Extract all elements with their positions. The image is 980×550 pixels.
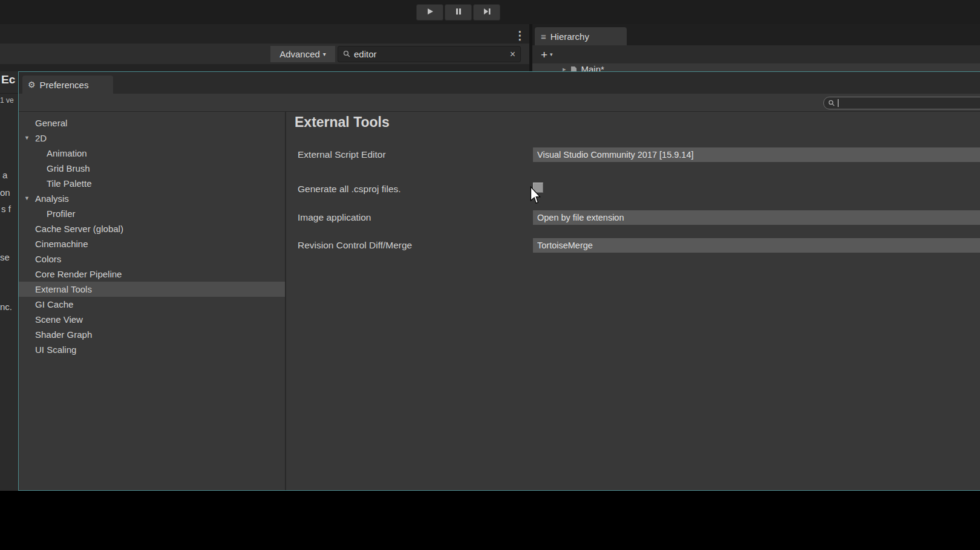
clear-search-icon[interactable]: × [510, 50, 515, 59]
add-object-button[interactable]: + [541, 49, 547, 60]
step-icon [483, 7, 491, 18]
preferences-tab-row [19, 72, 980, 94]
text-cursor [838, 99, 838, 107]
sidebar-item-gi-cache[interactable]: GI Cache [19, 297, 285, 312]
occluded-text: nc. [0, 302, 12, 312]
panel-menu-icon[interactable]: ⋮ [514, 28, 526, 42]
search-icon [828, 98, 835, 109]
revision-control-dropdown[interactable]: TortoiseMerge [533, 238, 980, 253]
field-label: Revision Control Diff/Merge [298, 240, 412, 251]
sidebar-item-ui-scaling[interactable]: UI Scaling [19, 342, 285, 357]
console-search-box[interactable]: × [338, 46, 521, 62]
hierarchy-tree: ▸ Main* [532, 63, 980, 71]
advanced-dropdown[interactable]: Advanced ▾ [270, 46, 335, 62]
expand-triangle-icon[interactable]: ▸ [563, 65, 566, 71]
add-dropdown-icon[interactable]: ▾ [550, 51, 553, 57]
field-label: Generate all .csproj files. [298, 184, 401, 195]
unity-editor-screen: Advanced ▾ × ⋮ ≡ Hierarchy + ▾ ▸ Main* E… [0, 0, 980, 550]
occluded-text: s f [1, 204, 11, 214]
dropdown-value: Open by file extension [537, 213, 624, 222]
sidebar-item-colors[interactable]: Colors [19, 251, 285, 267]
occluded-text: a [2, 170, 7, 180]
occluded-text: on [0, 187, 10, 198]
search-icon [343, 49, 350, 60]
advanced-label: Advanced [279, 49, 320, 59]
disclosure-triangle-icon[interactable]: ▼ [24, 135, 30, 141]
field-label: Image application [298, 212, 371, 223]
preferences-search-input[interactable] [841, 99, 980, 108]
field-label: External Script Editor [298, 149, 386, 160]
pause-icon [454, 7, 463, 18]
page-title: External Tools [295, 114, 390, 131]
gear-icon: ⚙ [28, 80, 36, 89]
search-input[interactable] [354, 49, 506, 59]
tab-hierarchy[interactable]: ≡ Hierarchy [535, 27, 627, 45]
pref-row-image-app: Image application Open by file extension [19, 210, 980, 225]
play-button[interactable] [416, 4, 443, 21]
preferences-window: ⚙ Preferences General ▼2D Animation Grid… [18, 71, 980, 491]
image-application-dropdown[interactable]: Open by file extension [533, 210, 980, 225]
pref-row-diff-merge: Revision Control Diff/Merge TortoiseMerg… [19, 238, 980, 253]
sidebar-item-general[interactable]: General [19, 115, 285, 131]
tab-preferences[interactable]: ⚙ Preferences [22, 76, 113, 94]
pref-row-csproj: Generate all .csproj files. [19, 182, 980, 196]
mouse-cursor [529, 186, 542, 207]
background-window-sliver: Ec 1 ve a on s f se nc. [0, 71, 18, 491]
dropdown-value: Visual Studio Community 2017 [15.9.14] [537, 150, 693, 160]
sidebar-divider [285, 112, 286, 491]
chevron-down-icon: ▾ [323, 51, 326, 57]
preferences-search-box[interactable] [823, 97, 980, 109]
hierarchy-toolbar: + ▾ [532, 45, 980, 63]
scene-icon [570, 65, 578, 71]
transport-toolbar [0, 0, 980, 24]
sidebar-item-shader-graph[interactable]: Shader Graph [19, 327, 285, 342]
play-icon [426, 7, 434, 18]
occluded-text: 1 ve [0, 96, 14, 105]
preferences-sidebar: General ▼2D Animation Grid Brush Tile Pa… [19, 112, 285, 491]
sidebar-item-2d[interactable]: ▼2D [19, 131, 285, 146]
scene-row-main[interactable]: ▸ Main* [563, 64, 604, 71]
hierarchy-tab-label: Hierarchy [550, 31, 589, 42]
hierarchy-list-icon: ≡ [541, 31, 546, 42]
preferences-tab-label: Preferences [40, 80, 89, 90]
external-script-editor-dropdown[interactable]: Visual Studio Community 2017 [15.9.14] [533, 147, 980, 162]
dropdown-value: TortoiseMerge [537, 241, 593, 250]
occluded-text: Ec [1, 73, 15, 86]
sidebar-item-core-render-pipeline[interactable]: Core Render Pipeline [19, 267, 285, 282]
pref-row-script-editor: External Script Editor Visual Studio Com… [19, 147, 980, 162]
step-button[interactable] [473, 4, 500, 21]
sidebar-item-external-tools[interactable]: External Tools [19, 282, 285, 297]
occluded-text: se [0, 252, 10, 262]
divider [0, 93, 18, 94]
sidebar-item-grid-brush[interactable]: Grid Brush [19, 161, 285, 176]
pause-button[interactable] [445, 4, 472, 21]
sidebar-item-scene-view[interactable]: Scene View [19, 312, 285, 327]
scene-name: Main* [581, 64, 604, 71]
